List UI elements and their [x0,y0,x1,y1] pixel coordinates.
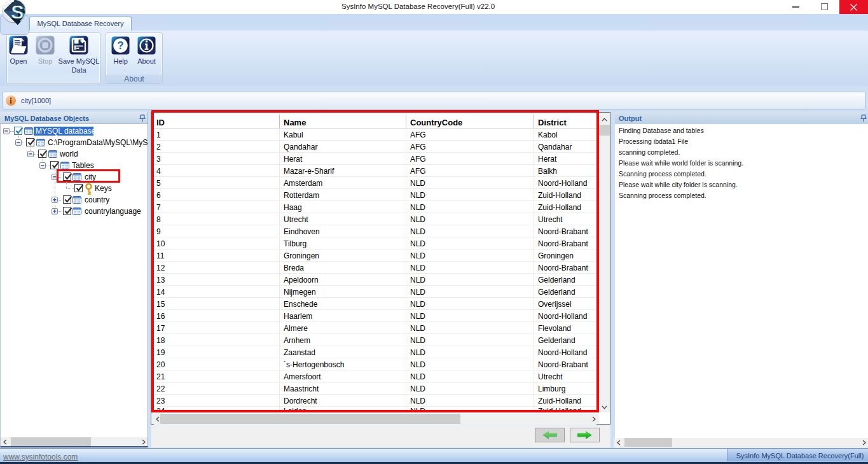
svg-text:S: S [11,2,23,22]
svg-text:?: ? [117,39,123,52]
